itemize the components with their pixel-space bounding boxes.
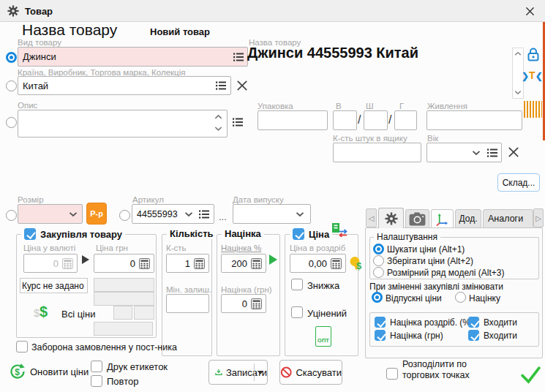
calculator-icon[interactable] <box>251 258 262 269</box>
confirm-check-icon[interactable] <box>520 366 541 384</box>
tab-photo[interactable] <box>405 209 429 228</box>
retail-pct-checkbox[interactable] <box>375 317 386 328</box>
save-button[interactable]: Записати <box>208 360 268 385</box>
sku-radio[interactable] <box>119 210 130 221</box>
description-list-icon[interactable] <box>232 117 244 127</box>
copy-price-arrow-icon[interactable] <box>82 255 89 264</box>
chevron-down-icon[interactable] <box>184 211 193 217</box>
per-box-input[interactable] <box>333 143 421 162</box>
update-prices-button[interactable]: Оновити ціни <box>9 363 89 380</box>
repeat-checkbox[interactable] <box>91 375 102 387</box>
type-radio[interactable] <box>6 52 17 63</box>
selling-prices-radio[interactable] <box>372 292 383 303</box>
close-icon <box>525 7 535 16</box>
search-prices-radio[interactable] <box>373 244 384 255</box>
description-spin-up-icon[interactable] <box>214 114 222 120</box>
type-list-icon[interactable] <box>233 52 244 62</box>
markup-mode-radio[interactable] <box>455 292 466 303</box>
qty-input[interactable]: 1 <box>166 254 209 273</box>
size-dropdown[interactable] <box>18 204 83 224</box>
width-label: В <box>336 102 342 110</box>
markup-pct-input[interactable]: 200 <box>221 254 266 273</box>
size-radio[interactable] <box>6 210 17 221</box>
markup-uah-checkbox[interactable] <box>375 330 386 341</box>
include-checkbox[interactable] <box>468 317 479 328</box>
calculator-icon[interactable] <box>139 258 150 269</box>
chevron-down-icon[interactable] <box>472 150 481 156</box>
barcode-icon[interactable] <box>524 101 542 118</box>
lock-open-icon[interactable] <box>527 47 540 62</box>
chevron-down-icon[interactable] <box>296 211 304 217</box>
sku-dropdown[interactable]: 44555993 <box>132 204 214 224</box>
retail-price-value: 0,00 <box>309 258 327 269</box>
markup-uah-input[interactable]: 0 <box>221 294 266 313</box>
purchase-checkbox[interactable] <box>24 228 36 240</box>
markup-pct-link[interactable]: Націнка % <box>221 244 261 252</box>
power-input[interactable] <box>426 110 522 130</box>
country-input[interactable] <box>18 76 231 95</box>
qty-value: 1 <box>185 258 190 269</box>
sku-more[interactable]: ... <box>219 211 227 222</box>
retail-price-input[interactable]: 0,00 <box>290 254 346 273</box>
description-spin-down-icon[interactable] <box>214 126 222 132</box>
distribute-checkbox[interactable] <box>386 368 398 380</box>
package-input[interactable] <box>258 110 328 130</box>
markup-uah-value: 0 <box>242 298 247 309</box>
uah-price-input[interactable]: 0 <box>94 254 154 273</box>
min-stock-input[interactable] <box>166 294 209 313</box>
sku-list-icon[interactable] <box>198 209 210 219</box>
calculator-icon[interactable] <box>62 258 73 269</box>
description-input[interactable] <box>18 110 228 137</box>
release-dropdown[interactable] <box>233 204 311 224</box>
price-transfer-icon[interactable] <box>331 222 348 237</box>
tab-settings[interactable] <box>378 208 404 228</box>
wholesale-icon[interactable]: ОПТ <box>315 326 331 347</box>
age-clear-icon[interactable] <box>508 146 519 158</box>
stock-button[interactable]: Склад... <box>497 173 540 192</box>
age-dropdown[interactable] <box>426 143 502 162</box>
size-run-radio[interactable] <box>373 267 384 278</box>
ban-supplier-label: Заборона замовлення у пост-ника <box>31 342 177 353</box>
scroll-up-icon[interactable] <box>514 51 522 56</box>
size-grid-button[interactable]: Р-р <box>86 203 107 225</box>
apply-markup-arrow-icon[interactable] <box>269 255 277 265</box>
tab-dimensions[interactable] <box>431 209 454 228</box>
all-prices-button[interactable]: $ $ Всі ціни <box>34 304 151 321</box>
depth-input[interactable] <box>394 110 417 130</box>
fit-text-icon[interactable]: ❯T❮ <box>522 69 544 83</box>
tab-analogs[interactable]: Аналоги <box>483 209 533 228</box>
change-mode-title: При зміненні закупівлі змінювати <box>369 282 503 292</box>
width-input[interactable] <box>333 110 357 130</box>
calculator-icon[interactable] <box>194 258 205 269</box>
calculator-icon[interactable] <box>251 298 262 309</box>
country-radio[interactable] <box>6 80 17 91</box>
readonly-box <box>94 278 154 292</box>
keep-prices-radio[interactable] <box>373 255 384 266</box>
country-clear-icon[interactable] <box>236 80 248 91</box>
close-button[interactable] <box>514 0 545 22</box>
type-input[interactable] <box>18 47 248 67</box>
height-label: Ш <box>366 102 374 110</box>
price-tag-icon[interactable] <box>349 255 364 271</box>
cancel-button[interactable]: Скасувати <box>279 360 342 385</box>
print-labels-checkbox[interactable] <box>91 361 102 372</box>
price-checkbox[interactable] <box>293 228 304 240</box>
cancel-icon <box>280 365 292 380</box>
height-input[interactable] <box>364 110 388 130</box>
currency-price-input[interactable]: 0 <box>23 254 78 273</box>
chevron-down-icon[interactable] <box>69 211 78 217</box>
calculator-icon[interactable] <box>331 258 342 269</box>
include-checkbox[interactable] <box>468 330 479 341</box>
tab-scroll-right[interactable]: ▷ <box>533 208 544 227</box>
markdown-checkbox[interactable] <box>291 306 303 318</box>
ban-supplier-checkbox[interactable] <box>16 341 28 353</box>
discount-checkbox[interactable] <box>291 279 303 290</box>
country-list-icon[interactable] <box>215 80 227 91</box>
name-value[interactable]: Джинси 44555993 Китай <box>247 45 418 61</box>
description-radio[interactable] <box>6 117 17 128</box>
age-list-icon[interactable] <box>486 148 498 158</box>
scroll-down-icon[interactable] <box>514 90 522 95</box>
tab-scroll-left[interactable]: ◁ <box>366 208 377 227</box>
save-menu-arrow-icon[interactable] <box>258 371 263 374</box>
tab-additional[interactable]: Дод. <box>455 209 481 228</box>
